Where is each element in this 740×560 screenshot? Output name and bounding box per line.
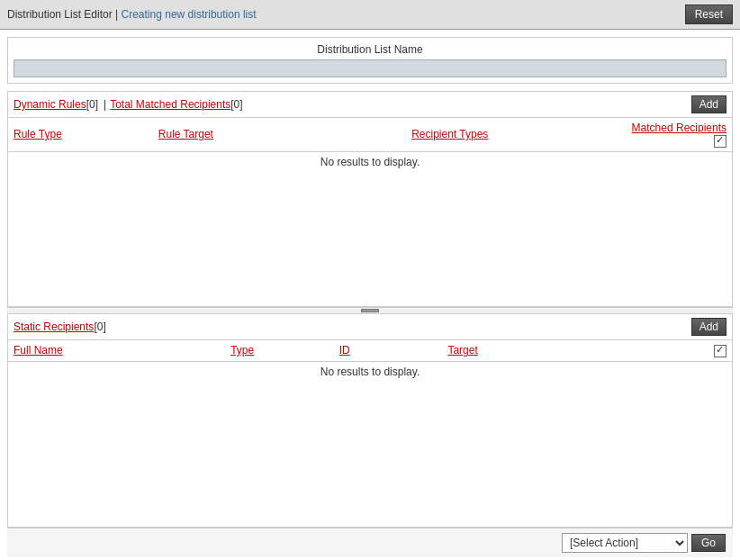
static-recipients-header-row: Full Name Type ID Target: [8, 340, 732, 361]
dynamic-rules-header-left: Dynamic Rules [0] | Total Matched Recipi…: [14, 98, 243, 111]
dynamic-rules-no-results-row: No results to display.: [8, 151, 732, 172]
col-header-target[interactable]: Target: [442, 340, 659, 361]
footer-bar: [Select Action] Save Delete Go: [7, 528, 733, 557]
action-select[interactable]: [Select Action] Save Delete: [562, 533, 688, 553]
total-matched-link[interactable]: Total Matched Recipients: [110, 98, 230, 111]
static-recipients-checkbox[interactable]: [714, 345, 726, 357]
dynamic-rules-no-results: No results to display.: [8, 151, 732, 172]
dist-name-input[interactable]: [14, 59, 726, 77]
col-header-recipient-types[interactable]: Recipient Types: [406, 118, 623, 151]
dynamic-rules-count: [0]: [86, 98, 98, 111]
dynamic-rules-section: Dynamic Rules [0] | Total Matched Recipi…: [7, 91, 733, 307]
static-recipients-table-area: Full Name Type ID Target No results to d…: [8, 339, 732, 527]
dynamic-rules-title-link[interactable]: Dynamic Rules: [14, 98, 86, 111]
section-divider[interactable]: [7, 307, 733, 314]
dynamic-rules-header-row: Rule Type Rule Target Recipient Types Ma…: [8, 118, 732, 151]
dist-name-label: Distribution List Name: [14, 43, 726, 56]
divider-handle: [361, 309, 379, 312]
reset-button[interactable]: Reset: [685, 5, 733, 24]
app-title: Distribution List Editor: [7, 8, 113, 21]
sections-container: Dynamic Rules [0] | Total Matched Recipi…: [7, 91, 733, 528]
col-header-type[interactable]: Type: [225, 340, 334, 361]
static-recipients-no-results-row: No results to display.: [8, 361, 732, 382]
header-title: Distribution List Editor | Creating new …: [7, 8, 257, 21]
header-subtitle-link[interactable]: Creating new distribution list: [122, 8, 257, 21]
dynamic-rules-table-area: Rule Type Rule Target Recipient Types Ma…: [8, 117, 732, 306]
static-recipients-no-results: No results to display.: [8, 361, 732, 382]
col-header-id[interactable]: ID: [334, 340, 443, 361]
dynamic-rules-table: Rule Type Rule Target Recipient Types Ma…: [8, 118, 732, 172]
total-matched-count: [0]: [230, 98, 242, 111]
static-recipients-section: Static Recipients [0] Add Full Name Type…: [7, 314, 733, 528]
static-recipients-header-left: Static Recipients [0]: [14, 321, 106, 333]
col-header-rule-type[interactable]: Rule Type: [8, 118, 153, 151]
go-button[interactable]: Go: [691, 534, 726, 552]
header-separator: |: [113, 8, 122, 21]
static-recipients-header: Static Recipients [0] Add: [8, 314, 732, 339]
dynamic-rules-header: Dynamic Rules [0] | Total Matched Recipi…: [8, 92, 732, 117]
main-content: Distribution List Name Dynamic Rules [0]…: [0, 30, 740, 560]
static-recipients-title-link[interactable]: Static Recipients: [14, 321, 94, 333]
static-recipients-add-button[interactable]: Add: [691, 318, 726, 336]
col-header-rule-target[interactable]: Rule Target: [153, 118, 406, 151]
col-header-full-name[interactable]: Full Name: [8, 340, 225, 361]
col-header-matched-recipients[interactable]: Matched Recipients: [623, 118, 732, 151]
dist-name-section: Distribution List Name: [7, 37, 733, 84]
dynamic-rules-pipe: |: [104, 98, 106, 111]
static-recipients-table: Full Name Type ID Target No results to d…: [8, 340, 732, 382]
matched-recipients-checkbox[interactable]: [714, 135, 726, 148]
static-recipients-count: [0]: [94, 321, 105, 333]
col-header-check: [660, 340, 732, 361]
header-bar: Distribution List Editor | Creating new …: [0, 0, 740, 30]
dynamic-rules-add-button[interactable]: Add: [691, 95, 726, 113]
